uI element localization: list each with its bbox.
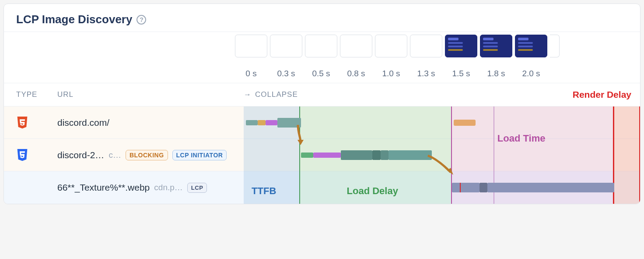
bar-segment xyxy=(452,183,480,192)
tick-label: 0 s xyxy=(235,69,267,83)
table-row[interactable]: discord.com/ xyxy=(4,106,640,139)
html5-icon xyxy=(16,116,28,130)
waterfall-cell xyxy=(244,106,640,138)
filmstrip-row: 0 s0.3 s0.5 s0.8 s1.0 s1.3 s1.5 s1.8 s2.… xyxy=(4,32,640,83)
url-subtext: cdn.p… xyxy=(154,183,182,192)
url-cell: discord.com/ xyxy=(57,117,244,128)
help-icon[interactable]: ? xyxy=(136,15,146,25)
col-collapse: → COLLAPSE Render Delay xyxy=(244,89,640,100)
waterfall-cell xyxy=(244,139,640,171)
collapse-label[interactable]: COLLAPSE xyxy=(255,90,298,99)
tick-label: 1.8 s xyxy=(480,69,512,83)
badge-lcp: LCP xyxy=(187,183,207,193)
filmstrip-frame[interactable] xyxy=(375,35,407,57)
badge-lcp-initiator: LCP INITIATOR xyxy=(172,150,227,160)
bar-segment xyxy=(266,120,277,125)
url-subtext: c… xyxy=(108,150,121,160)
bar-segment xyxy=(258,120,266,125)
collapse-arrow-icon: → xyxy=(244,90,252,99)
resource-type-icon xyxy=(16,148,57,162)
lcp-discovery-card: LCP Image Discovery ? 0 s0.3 s0.5 s0.8 s… xyxy=(4,4,640,204)
filmstrip xyxy=(235,35,637,61)
resource-type-icon xyxy=(16,116,57,130)
tick-label: 0.3 s xyxy=(270,69,302,83)
badge-blocking: BLOCKING xyxy=(126,150,168,160)
waterfall-rows: TTFB Load Delay Load Time discord.com/ xyxy=(4,106,640,204)
filmstrip-frame[interactable] xyxy=(480,35,512,57)
table-row[interactable]: discord-2… c… BLOCKING LCP INITIATOR xyxy=(4,139,640,171)
tick-label: 1.0 s xyxy=(375,69,407,83)
tick-label: 2.0 s xyxy=(515,69,547,83)
filmstrip-frame[interactable] xyxy=(410,35,442,57)
col-url: URL xyxy=(57,90,244,99)
filmstrip-frame[interactable] xyxy=(445,35,477,57)
filmstrip-frame-partial xyxy=(550,35,560,57)
url-text: discord-2… xyxy=(57,150,104,160)
card-header: LCP Image Discovery ? xyxy=(4,4,640,32)
tick-label: 0.5 s xyxy=(305,69,337,83)
bar-segment xyxy=(388,150,432,160)
bar-segment xyxy=(372,150,380,160)
bar-segment xyxy=(454,120,476,126)
bar-segment xyxy=(341,150,372,160)
bar-segment xyxy=(487,183,614,192)
filmstrip-frame[interactable] xyxy=(515,35,547,57)
table-header: TYPE URL → COLLAPSE Render Delay xyxy=(4,83,640,106)
filmstrip-frame[interactable] xyxy=(270,35,302,57)
filmstrip-frame[interactable] xyxy=(235,35,267,57)
filmstrip-frame[interactable] xyxy=(305,35,337,57)
card-title: LCP Image Discovery xyxy=(16,13,132,26)
filmstrip-marks xyxy=(235,61,637,65)
url-text: discord.com/ xyxy=(57,117,109,128)
tick-label: 1.3 s xyxy=(410,69,442,83)
url-cell: discord-2… c… BLOCKING LCP INITIATOR xyxy=(57,150,244,160)
render-delay-label: Render Delay xyxy=(573,89,631,100)
col-type: TYPE xyxy=(16,90,57,99)
bar-segment xyxy=(277,118,301,128)
url-cell: 66**_Texture%**.webp cdn.p… LCP xyxy=(57,182,244,193)
bar-segment xyxy=(313,153,341,158)
bar-segment xyxy=(480,183,487,192)
red-marker xyxy=(460,183,461,192)
time-ticklabels: 0 s0.3 s0.5 s0.8 s1.0 s1.3 s1.5 s1.8 s2.… xyxy=(235,65,637,83)
filmstrip-frame[interactable] xyxy=(340,35,372,57)
bar-segment xyxy=(381,150,388,160)
tick-label: 0.8 s xyxy=(340,69,372,83)
table-row[interactable]: 66**_Texture%**.webp cdn.p… LCP xyxy=(4,171,640,204)
tick-label: 1.5 s xyxy=(445,69,477,83)
bar-segment xyxy=(301,153,313,158)
waterfall-cell xyxy=(244,171,640,204)
bar-segment xyxy=(246,120,258,125)
css3-icon xyxy=(16,148,28,162)
url-text: 66**_Texture%**.webp xyxy=(57,182,150,193)
